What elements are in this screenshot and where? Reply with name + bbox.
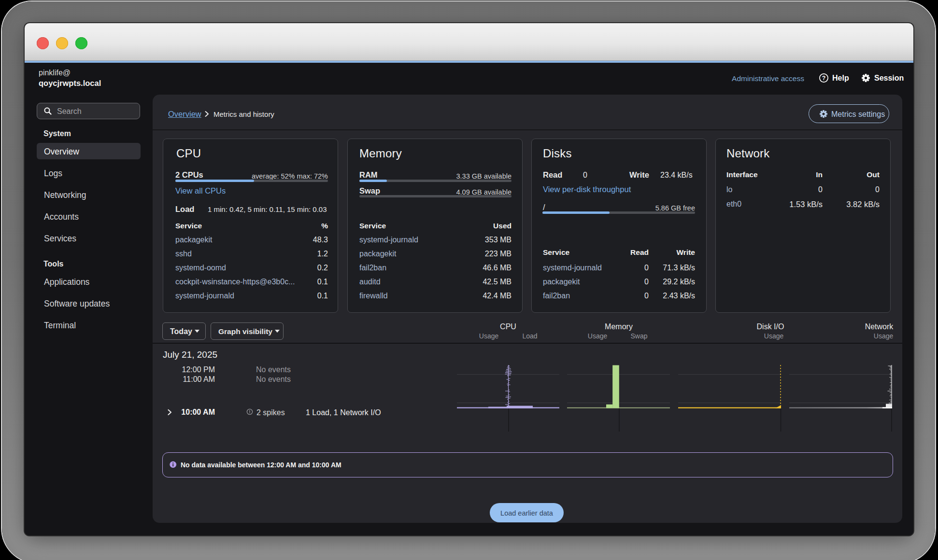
- svg-text:?: ?: [822, 75, 826, 82]
